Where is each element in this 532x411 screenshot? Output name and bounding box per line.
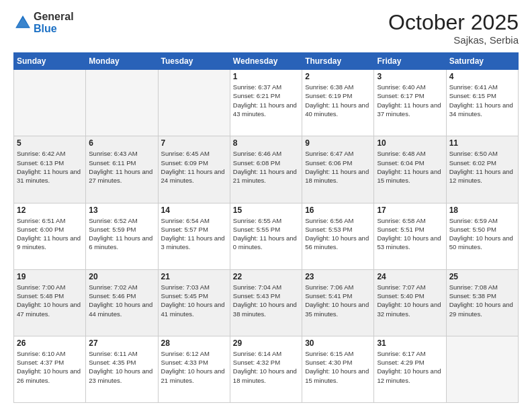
day-number: 24 [377, 272, 443, 281]
day-info: Sunrise: 6:43 AMSunset: 6:11 PMDaylight:… [89, 149, 154, 185]
day-info: Sunrise: 6:58 AMSunset: 5:51 PMDaylight:… [377, 216, 443, 252]
header-wednesday: Wednesday [230, 53, 302, 70]
day-number: 22 [233, 272, 299, 281]
week-row: 5Sunrise: 6:42 AMSunset: 6:13 PMDaylight… [14, 136, 519, 203]
day-info: Sunrise: 6:47 AMSunset: 6:06 PMDaylight:… [305, 149, 371, 185]
logo-text: General Blue [34, 11, 74, 34]
page: General Blue October 2025 Sajkas, Serbia… [0, 0, 532, 411]
table-row: 23Sunrise: 7:06 AMSunset: 5:41 PMDayligh… [302, 269, 374, 336]
table-row: 24Sunrise: 7:07 AMSunset: 5:40 PMDayligh… [374, 269, 446, 336]
day-info: Sunrise: 7:04 AMSunset: 5:43 PMDaylight:… [233, 283, 299, 318]
logo-icon [13, 13, 32, 32]
table-row: 21Sunrise: 7:03 AMSunset: 5:45 PMDayligh… [158, 269, 230, 336]
month-title: October 2025 [388, 11, 519, 34]
day-info: Sunrise: 6:54 AMSunset: 5:57 PMDaylight:… [161, 216, 227, 252]
table-row: 10Sunrise: 6:48 AMSunset: 6:04 PMDayligh… [374, 136, 446, 203]
day-info: Sunrise: 7:08 AMSunset: 5:38 PMDaylight:… [449, 283, 515, 318]
day-info: Sunrise: 6:55 AMSunset: 5:55 PMDaylight:… [233, 216, 299, 252]
day-info: Sunrise: 6:40 AMSunset: 6:17 PMDaylight:… [377, 83, 443, 118]
day-number: 14 [161, 205, 227, 215]
table-row: 19Sunrise: 7:00 AMSunset: 5:48 PMDayligh… [14, 269, 86, 336]
day-number: 17 [377, 205, 443, 215]
table-row: 5Sunrise: 6:42 AMSunset: 6:13 PMDaylight… [14, 136, 86, 203]
day-number: 5 [17, 138, 83, 148]
weekday-header-row: Sunday Monday Tuesday Wednesday Thursday… [14, 53, 519, 70]
logo-blue: Blue [34, 23, 74, 35]
day-number: 30 [305, 338, 371, 348]
title-block: October 2025 Sajkas, Serbia [388, 11, 519, 46]
day-info: Sunrise: 6:59 AMSunset: 5:50 PMDaylight:… [449, 216, 515, 252]
header: General Blue October 2025 Sajkas, Serbia [13, 11, 519, 46]
table-row: 3Sunrise: 6:40 AMSunset: 6:17 PMDaylight… [374, 70, 446, 136]
week-row: 26Sunrise: 6:10 AMSunset: 4:37 PMDayligh… [14, 336, 519, 402]
day-number: 23 [305, 272, 371, 281]
day-info: Sunrise: 7:07 AMSunset: 5:40 PMDaylight:… [377, 283, 443, 318]
header-thursday: Thursday [302, 53, 374, 70]
day-number: 19 [17, 272, 83, 281]
day-number: 13 [89, 205, 154, 215]
table-row: 31Sunrise: 6:17 AMSunset: 4:29 PMDayligh… [374, 336, 446, 402]
day-number: 27 [89, 338, 154, 348]
day-info: Sunrise: 6:52 AMSunset: 5:59 PMDaylight:… [89, 216, 154, 252]
table-row: 30Sunrise: 6:15 AMSunset: 4:30 PMDayligh… [302, 336, 374, 402]
day-info: Sunrise: 6:37 AMSunset: 6:21 PMDaylight:… [233, 83, 299, 118]
day-number: 29 [233, 338, 299, 348]
table-row: 16Sunrise: 6:56 AMSunset: 5:53 PMDayligh… [302, 203, 374, 269]
week-row: 19Sunrise: 7:00 AMSunset: 5:48 PMDayligh… [14, 269, 519, 336]
svg-marker-1 [17, 17, 30, 27]
day-info: Sunrise: 7:02 AMSunset: 5:46 PMDaylight:… [89, 283, 154, 318]
day-number: 12 [17, 205, 83, 215]
table-row: 11Sunrise: 6:50 AMSunset: 6:02 PMDayligh… [446, 136, 518, 203]
day-number: 16 [305, 205, 371, 215]
day-info: Sunrise: 7:00 AMSunset: 5:48 PMDaylight:… [17, 283, 83, 318]
day-number: 7 [161, 138, 227, 148]
location: Sajkas, Serbia [388, 34, 519, 46]
table-row: 18Sunrise: 6:59 AMSunset: 5:50 PMDayligh… [446, 203, 518, 269]
day-number: 15 [233, 205, 299, 215]
day-info: Sunrise: 6:51 AMSunset: 6:00 PMDaylight:… [17, 216, 83, 252]
table-row: 15Sunrise: 6:55 AMSunset: 5:55 PMDayligh… [230, 203, 302, 269]
logo: General Blue [13, 11, 74, 34]
table-row: 13Sunrise: 6:52 AMSunset: 5:59 PMDayligh… [86, 203, 158, 269]
table-row: 28Sunrise: 6:12 AMSunset: 4:33 PMDayligh… [158, 336, 230, 402]
table-row: 8Sunrise: 6:46 AMSunset: 6:08 PMDaylight… [230, 136, 302, 203]
day-number: 3 [377, 72, 443, 81]
day-info: Sunrise: 6:15 AMSunset: 4:30 PMDaylight:… [305, 349, 371, 385]
header-friday: Friday [374, 53, 446, 70]
day-number: 10 [377, 138, 443, 148]
day-number: 28 [161, 338, 227, 348]
day-info: Sunrise: 6:45 AMSunset: 6:09 PMDaylight:… [161, 149, 227, 185]
day-number: 26 [17, 338, 83, 348]
day-number: 2 [305, 72, 371, 81]
week-row: 12Sunrise: 6:51 AMSunset: 6:00 PMDayligh… [14, 203, 519, 269]
day-number: 18 [449, 205, 515, 215]
day-info: Sunrise: 6:48 AMSunset: 6:04 PMDaylight:… [377, 149, 443, 185]
header-monday: Monday [86, 53, 158, 70]
day-number: 1 [233, 72, 299, 81]
day-number: 21 [161, 272, 227, 281]
table-row: 6Sunrise: 6:43 AMSunset: 6:11 PMDaylight… [86, 136, 158, 203]
day-info: Sunrise: 6:38 AMSunset: 6:19 PMDaylight:… [305, 83, 371, 118]
table-row [86, 70, 158, 136]
day-info: Sunrise: 6:42 AMSunset: 6:13 PMDaylight:… [17, 149, 83, 185]
table-row: 14Sunrise: 6:54 AMSunset: 5:57 PMDayligh… [158, 203, 230, 269]
header-saturday: Saturday [446, 53, 518, 70]
table-row: 7Sunrise: 6:45 AMSunset: 6:09 PMDaylight… [158, 136, 230, 203]
day-number: 20 [89, 272, 154, 281]
day-info: Sunrise: 6:12 AMSunset: 4:33 PMDaylight:… [161, 349, 227, 385]
table-row: 12Sunrise: 6:51 AMSunset: 6:00 PMDayligh… [14, 203, 86, 269]
logo-general: General [34, 11, 74, 23]
table-row: 1Sunrise: 6:37 AMSunset: 6:21 PMDaylight… [230, 70, 302, 136]
table-row: 29Sunrise: 6:14 AMSunset: 4:32 PMDayligh… [230, 336, 302, 402]
table-row [14, 70, 86, 136]
day-info: Sunrise: 6:11 AMSunset: 4:35 PMDaylight:… [89, 349, 154, 385]
table-row: 20Sunrise: 7:02 AMSunset: 5:46 PMDayligh… [86, 269, 158, 336]
day-number: 9 [305, 138, 371, 148]
table-row: 26Sunrise: 6:10 AMSunset: 4:37 PMDayligh… [14, 336, 86, 402]
table-row: 4Sunrise: 6:41 AMSunset: 6:15 PMDaylight… [446, 70, 518, 136]
week-row: 1Sunrise: 6:37 AMSunset: 6:21 PMDaylight… [14, 70, 519, 136]
day-info: Sunrise: 6:56 AMSunset: 5:53 PMDaylight:… [305, 216, 371, 252]
table-row: 17Sunrise: 6:58 AMSunset: 5:51 PMDayligh… [374, 203, 446, 269]
day-number: 31 [377, 338, 443, 348]
table-row: 22Sunrise: 7:04 AMSunset: 5:43 PMDayligh… [230, 269, 302, 336]
